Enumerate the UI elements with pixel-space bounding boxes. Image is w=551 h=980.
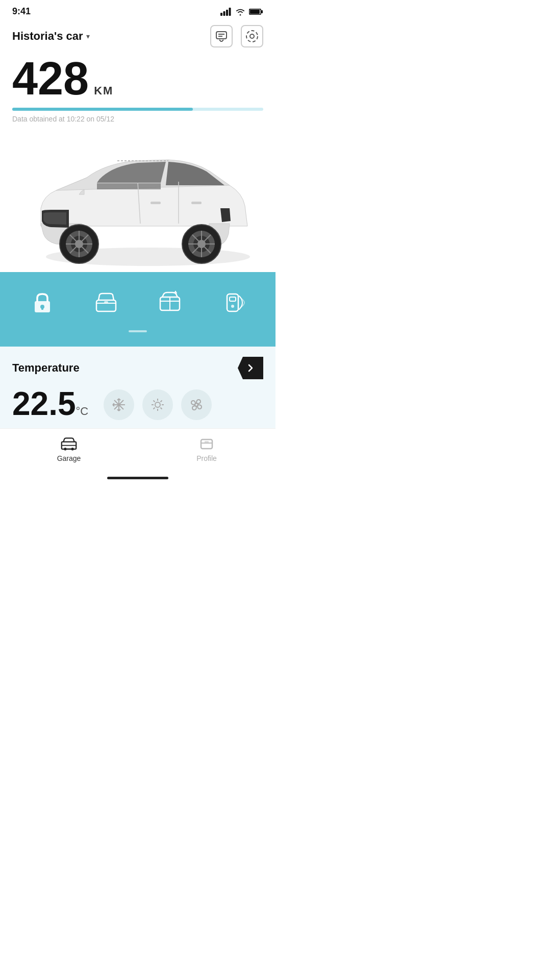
fan-mode-button[interactable]: [181, 389, 212, 420]
garage-icon: [61, 436, 77, 452]
svg-point-68: [64, 448, 66, 450]
bottom-nav: Garage Profile: [0, 428, 276, 473]
svg-rect-33: [191, 202, 202, 204]
temp-arrow-button[interactable]: [238, 357, 263, 379]
status-icons: [220, 8, 263, 16]
heat-mode-button[interactable]: [142, 389, 173, 420]
range-section: 428 KM Data obtained at 10:22 on 05/12: [0, 56, 276, 129]
settings-button[interactable]: [241, 25, 263, 47]
range-unit: KM: [94, 84, 113, 97]
settings-icon: [245, 30, 259, 43]
car-name: Historia's car: [12, 30, 83, 43]
svg-rect-1: [223, 11, 226, 16]
data-timestamp: Data obtained at 10:22 on 05/12: [12, 115, 263, 123]
trunk-button[interactable]: [86, 282, 127, 323]
message-icon: [215, 31, 228, 42]
range-value: 428 KM: [12, 56, 263, 102]
svg-line-61: [154, 401, 155, 402]
trunk-icon: [93, 290, 119, 315]
header-icons: [210, 25, 263, 47]
remote-button[interactable]: [213, 282, 254, 323]
svg-point-11: [250, 34, 254, 38]
snowflake-icon: [112, 398, 126, 412]
nav-item-garage[interactable]: Garage: [0, 436, 138, 462]
svg-point-69: [71, 448, 73, 450]
home-bar: [107, 477, 168, 479]
svg-point-45: [231, 305, 234, 308]
status-time: 9:41: [12, 6, 31, 17]
wifi-icon: [235, 8, 246, 16]
svg-line-63: [161, 401, 162, 402]
windows-button[interactable]: [149, 282, 190, 323]
svg-rect-32: [151, 202, 161, 204]
svg-rect-73: [205, 441, 209, 443]
temp-header: Temperature: [12, 357, 263, 379]
svg-rect-0: [220, 13, 222, 16]
message-button[interactable]: [210, 25, 233, 47]
garage-nav-label: Garage: [57, 454, 81, 462]
svg-rect-39: [104, 301, 108, 303]
control-panel: [0, 272, 276, 347]
temp-number: 22.5: [12, 385, 76, 422]
battery-progress-bar: [12, 108, 263, 111]
control-icons-row: [0, 282, 276, 323]
chevron-down-icon: ▾: [86, 32, 90, 40]
home-indicator: [0, 473, 276, 481]
status-bar: 9:41: [0, 0, 276, 21]
svg-rect-2: [226, 10, 228, 16]
arrow-right-icon: [246, 363, 255, 373]
profile-icon: [198, 436, 215, 452]
svg-rect-71: [201, 439, 212, 449]
cool-mode-button[interactable]: [104, 389, 134, 420]
sun-icon: [151, 398, 165, 412]
lock-button[interactable]: [22, 282, 63, 323]
header: Historia's car ▾: [0, 21, 276, 56]
lock-icon: [30, 290, 55, 315]
temp-unit: °C: [76, 405, 89, 418]
fan-icon: [189, 398, 204, 412]
temp-mode-icons: [104, 389, 212, 420]
svg-rect-5: [261, 10, 263, 13]
svg-rect-36: [41, 307, 43, 310]
battery-progress-fill: [12, 108, 193, 111]
temp-title: Temperature: [12, 361, 80, 375]
remote-icon: [221, 290, 246, 315]
car-selector[interactable]: Historia's car ▾: [12, 30, 90, 43]
svg-point-56: [155, 402, 160, 407]
temp-value-row: 22.5°C: [12, 387, 263, 420]
signal-icon: [220, 8, 232, 16]
temp-display: 22.5°C: [12, 387, 88, 420]
temperature-section: Temperature 22.5°C: [0, 347, 276, 428]
windows-icon: [157, 290, 183, 315]
svg-line-64: [154, 408, 155, 409]
profile-nav-label: Profile: [196, 454, 217, 462]
svg-rect-7: [250, 10, 260, 14]
svg-line-62: [161, 408, 162, 409]
battery-icon: [249, 8, 263, 16]
svg-rect-3: [229, 8, 231, 16]
range-number: 428: [12, 56, 89, 102]
svg-rect-44: [230, 297, 236, 301]
svg-rect-8: [216, 32, 227, 39]
car-image: [0, 134, 276, 267]
panel-indicator: [129, 330, 147, 332]
svg-point-12: [246, 31, 258, 42]
nav-item-profile[interactable]: Profile: [138, 436, 276, 462]
car-image-section: [0, 129, 276, 272]
